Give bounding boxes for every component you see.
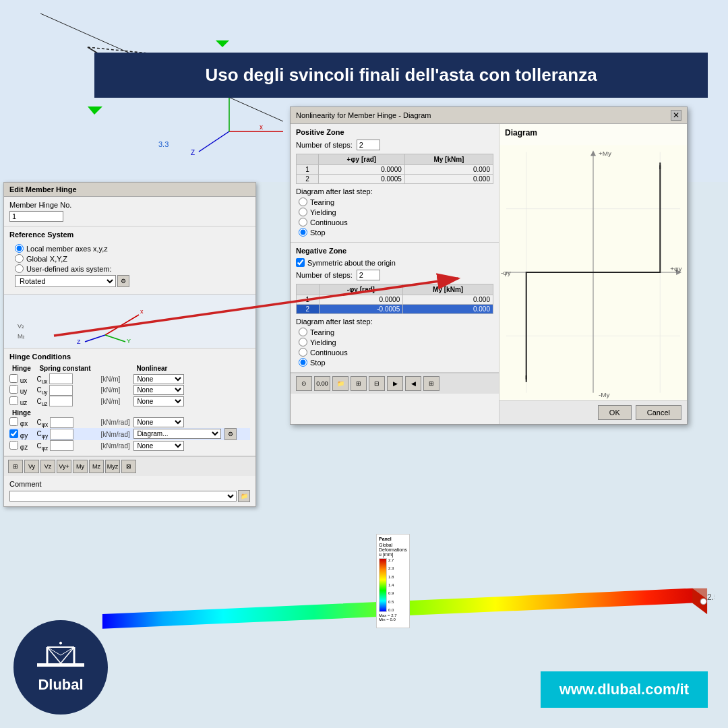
phix-checkbox[interactable]	[9, 417, 18, 426]
negative-after-group: Tearing Yielding Continuous Stop	[299, 328, 493, 367]
radio-continuous-neg[interactable]: Continuous	[299, 348, 493, 357]
phiz-nl-select[interactable]: None	[133, 441, 184, 451]
cancel-button[interactable]: Cancel	[636, 405, 681, 420]
edit-member-hinge-dialog: Edit Member Hinge Member Hinge No. Refer…	[3, 182, 256, 507]
nl-toolbar-btn-8[interactable]: ⊞	[423, 376, 439, 391]
toolbar-btn-5[interactable]: My	[73, 460, 88, 473]
color-legend-panel: Panel Global Deformations u [mm] 2.7 2.3…	[376, 534, 410, 628]
pos-col-my: My [kNm]	[404, 154, 493, 165]
radio-continuous-pos[interactable]: Continuous	[299, 218, 493, 226]
nl-toolbar-btn-1[interactable]: ⊙	[296, 376, 312, 391]
nonlinear-diagram-dialog: Nonlinearity for Member Hinge - Diagram …	[290, 107, 688, 425]
positive-after-group: Tearing Yielding Continuous Stop	[299, 198, 493, 237]
toolbar-btn-6[interactable]: Mz	[89, 460, 104, 473]
radio-user-defined[interactable]: User-defined axis system:	[15, 264, 245, 273]
legend-gradient-bar	[379, 558, 387, 612]
nonlinear-left-panel: Positive Zone Number of steps: +φy [rad]…	[291, 124, 499, 424]
hinge-subheader: Hinge	[9, 407, 250, 417]
comment-dropdown[interactable]	[9, 491, 237, 502]
radio-local-axes[interactable]: Local member axes x,y,z	[15, 244, 245, 253]
title-bar: Uso degli svincoli finali dell'asta con …	[94, 53, 708, 98]
close-btn[interactable]: ✕	[671, 110, 681, 121]
phiy-checkbox[interactable]	[9, 429, 18, 438]
phiy-nl-btn[interactable]: ⚙	[224, 428, 237, 440]
negative-steps-label: Number of steps:	[296, 271, 353, 279]
svg-line-15	[85, 335, 105, 342]
nl-toolbar-btn-3[interactable]: 📁	[332, 376, 348, 391]
toolbar-btn-7[interactable]: Myz	[105, 460, 120, 473]
ux-nl-select[interactable]: None	[133, 374, 184, 384]
axis-system-dropdown[interactable]: Rotated	[15, 275, 116, 287]
phiy-nl-select[interactable]: Diagram...	[133, 429, 221, 439]
symmetric-checkbox-row[interactable]: Symmetric about the origin	[296, 258, 493, 267]
diagram-title: Diagram	[505, 128, 681, 138]
table-row: φz Cφz [kNm/rad] None	[9, 440, 250, 452]
hinge-conditions-title: Hinge Conditions	[9, 353, 250, 361]
negative-steps-row: Number of steps:	[296, 270, 493, 280]
uz-nl-select[interactable]: None	[133, 396, 184, 406]
hinge-no-input[interactable]	[9, 211, 63, 222]
comment-section: Comment 📁	[4, 476, 255, 506]
svg-text:-My: -My	[599, 391, 610, 398]
website-badge[interactable]: www.dlubal.com/it	[541, 671, 708, 708]
toolbar-btn-2[interactable]: Vy	[24, 460, 39, 473]
toolbar-btn-1[interactable]: ⊞	[8, 460, 23, 473]
uz-checkbox[interactable]	[9, 396, 18, 405]
diagram-svg: +My +φy -φy -My	[499, 144, 687, 400]
radio-tearing-pos[interactable]: Tearing	[299, 198, 493, 206]
cuz-input[interactable]	[49, 396, 73, 406]
radio-tearing-neg[interactable]: Tearing	[299, 328, 493, 336]
radio-yielding-pos[interactable]: Yielding	[299, 208, 493, 216]
symmetric-checkbox[interactable]	[296, 258, 305, 267]
negative-steps-input[interactable]	[357, 270, 380, 280]
phiz-checkbox[interactable]	[9, 441, 18, 450]
toolbar-btn-3[interactable]: Vz	[40, 460, 55, 473]
uy-checkbox[interactable]	[9, 385, 18, 394]
svg-text:Z: Z	[191, 149, 195, 156]
toolbar-btn-4[interactable]: Vy+	[57, 460, 71, 473]
radio-yielding-neg[interactable]: Yielding	[299, 338, 493, 346]
table-row: φx Cφx [kNm/rad] None	[9, 417, 250, 429]
col-spring: Spring constant	[36, 363, 100, 373]
nl-toolbar-btn-4[interactable]: ⊞	[351, 376, 367, 391]
radio-stop-pos[interactable]: Stop	[299, 228, 493, 237]
nonlinear-body: Positive Zone Number of steps: +φy [rad]…	[291, 124, 687, 424]
radio-stop-neg[interactable]: Stop	[299, 358, 493, 367]
radio-global-axes[interactable]: Global X,Y,Z	[15, 254, 245, 263]
negative-zone-table: -φy [rad] My [kNm] 1 0.0000 0.000 2 -0.0…	[296, 284, 493, 314]
svg-marker-3	[216, 40, 229, 47]
cux-input[interactable]	[49, 373, 73, 384]
hinge-conditions-section: Hinge Conditions Hinge Spring constant N…	[4, 348, 255, 456]
table-row: 2 0.0005 0.000	[297, 175, 493, 184]
axis-settings-btn[interactable]: ⚙	[117, 275, 129, 287]
dialog-preview-svg: x Y Z V₂ M₂	[4, 295, 255, 348]
negative-zone-title: Negative Zone	[296, 247, 493, 255]
hinge-no-label: Member Hinge No.	[9, 201, 250, 209]
member-hinge-dialog-title: Edit Member Hinge	[4, 183, 255, 197]
uy-nl-select[interactable]: None	[133, 385, 184, 395]
table-row: 1 0.0000 0.000	[297, 295, 493, 305]
positive-steps-input[interactable]	[357, 140, 380, 150]
comment-browse-btn[interactable]: 📁	[238, 490, 250, 502]
svg-marker-4	[88, 107, 102, 115]
nonlinear-dialog-title: Nonlinearity for Member Hinge - Diagram …	[291, 107, 687, 124]
toolbar-btn-8[interactable]: ⊠	[121, 460, 136, 473]
table-row: 1 0.0000 0.000	[297, 165, 493, 175]
ux-checkbox[interactable]	[9, 374, 18, 383]
cuy-input[interactable]	[49, 385, 73, 396]
nl-toolbar-btn-7[interactable]: ◀	[405, 376, 421, 391]
nl-toolbar-btn-5[interactable]: ⊟	[369, 376, 385, 391]
nl-toolbar-btn-6[interactable]: ▶	[387, 376, 403, 391]
col-nonlinear: Nonlinear	[133, 363, 250, 373]
nl-toolbar-btn-2[interactable]: 0.00	[314, 376, 330, 391]
cphix-input[interactable]	[50, 417, 73, 428]
cphiy-input[interactable]	[50, 429, 73, 439]
diagram-header: Diagram	[499, 124, 687, 144]
ok-button[interactable]: OK	[598, 405, 632, 420]
phix-nl-select[interactable]: None	[133, 417, 184, 427]
dlubal-logo-circle: Dlubal	[13, 620, 108, 715]
reference-system-section: Reference System Local member axes x,y,z…	[4, 226, 255, 295]
cphiz-input[interactable]	[50, 440, 73, 451]
col-empty	[100, 363, 133, 373]
svg-line-51	[61, 647, 74, 655]
